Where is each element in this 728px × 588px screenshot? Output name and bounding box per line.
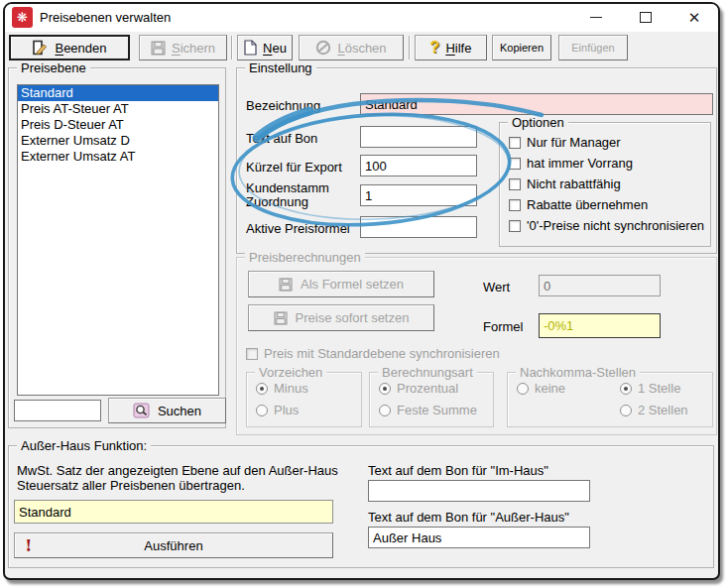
exit-icon xyxy=(32,40,49,56)
checkbox-label: Rabatte übernehmen xyxy=(527,197,648,212)
search-input[interactable] xyxy=(14,400,101,421)
checkbox-nur-fuer-manager[interactable]: Nur für Manager xyxy=(509,135,621,150)
radio-prozentual: Prozentual xyxy=(379,381,458,396)
checkbox-0-preise-nicht-synchronisieren[interactable]: '0'-Preise nicht synchronisieren xyxy=(509,218,704,233)
loeschen-button: Löschen xyxy=(299,35,404,60)
delete-icon xyxy=(315,40,331,56)
radio-icon xyxy=(620,405,632,416)
berechnungsart-group: Berechnungsart Prozentual Feste Summe xyxy=(369,372,494,427)
kundenstamm-input[interactable] xyxy=(360,184,477,206)
einfuegen-button: Einfügen xyxy=(558,35,628,60)
toolbar-separator xyxy=(231,36,232,59)
minimize-button[interactable] xyxy=(577,4,615,31)
checkbox-label: '0'-Preise nicht synchronisieren xyxy=(527,218,704,233)
im-haus-input[interactable] xyxy=(368,480,590,502)
radio-label: Plus xyxy=(274,403,299,417)
sichern-button: Sichern xyxy=(139,35,227,60)
ausser-haus-group: Außer-Haus Funktion: MwSt. Satz der ange… xyxy=(8,445,714,568)
ausser-haus-group-title: Außer-Haus Funktion: xyxy=(17,438,151,453)
dialog-window: ❋ Preisebenen verwalten ✕ Beenden Sicher… xyxy=(3,2,720,580)
close-icon: ✕ xyxy=(688,10,701,25)
preisebene-list[interactable]: Standard Preis AT-Steuer AT Preis D-Steu… xyxy=(17,84,219,396)
aktive-preisformel-input[interactable] xyxy=(360,216,477,238)
checkbox-hat-immer-vorrang[interactable]: hat immer Vorrang xyxy=(509,156,633,171)
search-icon xyxy=(133,403,150,418)
einstellung-group: Einstellung Bezeichnung Text auf Bon Kür… xyxy=(236,67,717,254)
maximize-button[interactable] xyxy=(627,4,665,31)
beenden-button[interactable]: Beenden xyxy=(9,35,130,60)
minimize-icon xyxy=(590,17,602,18)
new-page-icon xyxy=(243,40,257,56)
suchen-button[interactable]: Suchen xyxy=(108,398,226,423)
ebene-input[interactable] xyxy=(14,500,333,524)
toolbar: Beenden Sichern Neu Löschen ? Hilfe xyxy=(5,32,718,63)
preisberechnungen-group: Preisberechnungen Als Formel setzen Prei… xyxy=(236,257,717,435)
berechnungsart-group-title: Berechnungsart xyxy=(378,365,477,380)
checkbox-icon xyxy=(246,348,258,360)
radio-label: 2 Stellen xyxy=(638,403,688,417)
formel-input[interactable] xyxy=(539,313,661,338)
text-auf-bon-label: Text auf Bon xyxy=(246,131,317,146)
radio-minus: Minus xyxy=(256,381,308,396)
text-auf-bon-input[interactable] xyxy=(360,126,477,148)
save-icon xyxy=(151,41,166,56)
radio-label: 1 Stelle xyxy=(638,381,680,396)
radio-keine: keine xyxy=(517,381,565,396)
preisebene-group: Preisebene Standard Preis AT-Steuer AT P… xyxy=(8,67,226,428)
bezeichnung-input[interactable] xyxy=(360,93,713,115)
im-haus-label: Text auf dem Bon für "Im-Haus" xyxy=(368,463,548,478)
ausfuehren-button[interactable]: ! Ausführen xyxy=(14,532,333,558)
radio-feste-summe: Feste Summe xyxy=(379,403,477,417)
kuerzel-label: Kürzel für Export xyxy=(246,160,342,175)
ausser-haus-bon-input[interactable] xyxy=(368,527,590,548)
beenden-label: Beenden xyxy=(55,41,106,56)
optionen-group: Optionen Nur für Manager hat immer Vorra… xyxy=(499,122,711,247)
list-item[interactable]: Preis AT-Steuer AT xyxy=(18,101,218,117)
checkbox-label: Nicht rabattfähig xyxy=(527,176,621,191)
list-item[interactable]: Standard xyxy=(18,85,218,101)
ausser-haus-bon-label: Text auf dem Bon für "Außer-Haus" xyxy=(368,510,569,525)
save-icon xyxy=(279,278,293,292)
sichern-label: Sichern xyxy=(172,41,215,56)
list-item[interactable]: Preis D-Steuer AT xyxy=(18,117,218,133)
neu-label: Neu xyxy=(263,41,287,56)
kuerzel-input[interactable] xyxy=(360,155,477,176)
vorzeichen-group: Vorzeichen Minus Plus xyxy=(246,372,362,427)
list-item[interactable]: Externer Umsatz AT xyxy=(18,149,218,165)
list-item[interactable]: Externer Umsatz D xyxy=(18,133,218,149)
nachkomma-stellen-group-title: Nachkomma-Stellen xyxy=(516,365,640,380)
kopieren-label: Kopieren xyxy=(500,42,544,54)
neu-button[interactable]: Neu xyxy=(237,35,293,60)
aktive-preisformel-label: Aktive Preisformel xyxy=(246,221,350,236)
radio-label: Minus xyxy=(274,381,308,396)
checkbox-icon xyxy=(509,178,521,190)
save-icon xyxy=(274,311,288,325)
checkbox-label: Nur für Manager xyxy=(527,135,621,150)
hilfe-button[interactable]: ? Hilfe xyxy=(415,35,487,60)
maximize-icon xyxy=(640,12,652,23)
checkbox-rabatte-uebernehmen[interactable]: Rabatte übernehmen xyxy=(509,197,648,212)
radio-icon xyxy=(379,383,391,395)
hilfe-label: Hilfe xyxy=(445,41,471,56)
radio-icon xyxy=(620,383,632,395)
close-button[interactable]: ✕ xyxy=(675,4,713,31)
radio-label: Feste Summe xyxy=(397,403,477,417)
wert-label: Wert xyxy=(483,280,510,294)
nachkomma-stellen-group: Nachkomma-Stellen keine 1 Stelle 2 Stell… xyxy=(507,372,713,427)
checkbox-nicht-rabattfaehig[interactable]: Nicht rabattfähig xyxy=(509,176,621,191)
kundenstamm-label-line2: Zuordnung xyxy=(246,194,308,209)
checkbox-label: hat immer Vorrang xyxy=(527,156,633,171)
radio-icon xyxy=(256,405,268,416)
suchen-label: Suchen xyxy=(158,404,201,418)
titlebar: ❋ Preisebenen verwalten ✕ xyxy=(5,4,718,32)
loeschen-label: Löschen xyxy=(337,41,386,56)
bezeichnung-label: Bezeichnung xyxy=(246,98,320,113)
preise-sofort-setzen-button: Preise sofort setzen xyxy=(248,304,434,331)
preise-sofort-setzen-label: Preise sofort setzen xyxy=(296,310,410,325)
kopieren-button[interactable]: Kopieren xyxy=(492,35,551,60)
radio-2-stellen: 2 Stellen xyxy=(620,403,688,417)
einfuegen-label: Einfügen xyxy=(571,42,614,54)
toolbar-separator xyxy=(409,36,410,59)
radio-label: Prozentual xyxy=(397,381,458,396)
checkbox-icon xyxy=(509,220,521,232)
